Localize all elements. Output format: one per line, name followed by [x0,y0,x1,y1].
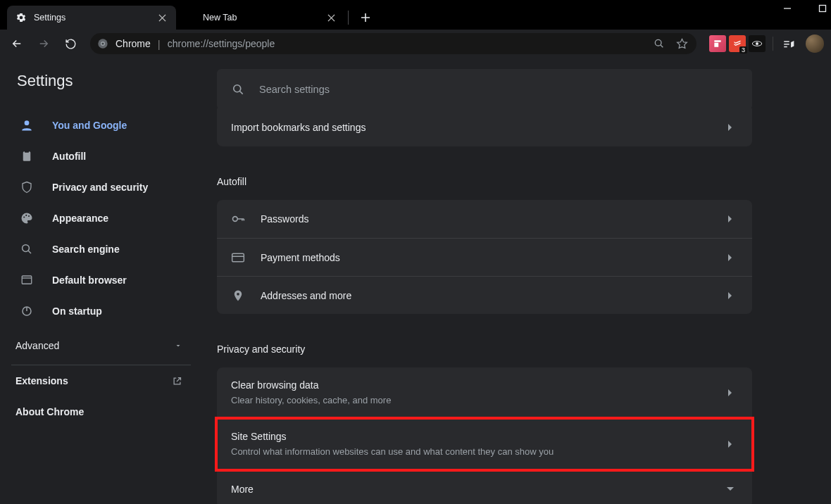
row-label: More [231,483,707,496]
location-pin-icon [231,289,245,303]
privacy-card: Clear browsing data Clear history, cooki… [217,367,752,504]
row-more[interactable]: More [217,470,752,504]
svg-point-12 [28,215,30,217]
zoom-icon[interactable] [651,36,667,51]
chevron-right-icon [727,123,733,132]
settings-title: Settings [0,58,202,104]
extension-1[interactable] [709,35,726,52]
sidebar-item-label: On startup [52,305,102,317]
blank-favicon [185,12,196,23]
sidebar-item-default-browser[interactable]: Default browser [0,265,202,296]
svg-rect-9 [25,151,29,153]
row-label: Addresses and more [261,289,707,302]
sidebar-item-search-engine[interactable]: Search engine [0,234,202,265]
chevron-down-icon [726,486,735,492]
row-site-settings[interactable]: Site Settings Control what information w… [217,418,752,470]
tab-new-tab[interactable]: New Tab [176,6,345,30]
separator [773,37,773,51]
chevron-right-icon [727,440,733,448]
search-icon [231,82,245,96]
credit-card-icon [231,251,245,265]
tab-settings[interactable]: Settings [7,6,176,30]
sidebar-item-label: Appearance [52,213,108,224]
new-tab-button[interactable] [356,8,375,27]
section-title-autofill: Autofill [217,151,752,200]
minimize-button[interactable] [783,4,792,13]
svg-point-16 [234,85,241,92]
person-icon [20,118,34,132]
sidebar-item-label: Search engine [52,244,120,255]
maximize-button[interactable] [818,4,827,13]
forward-button[interactable] [32,32,55,55]
sidebar-item-autofill[interactable]: Autofill [0,141,202,172]
svg-rect-18 [232,253,244,262]
bookmark-star-icon[interactable] [674,36,689,51]
row-label: Clear browsing data [231,379,707,391]
tab-title: Settings [34,13,149,23]
extension-badge: 3 [739,46,747,53]
profile-avatar[interactable] [806,34,824,53]
row-label: Passwords [261,213,707,225]
tab-title: New Tab [203,13,318,23]
tabstrip: Settings New Tab [0,0,831,30]
svg-point-6 [756,42,758,45]
settings-sidebar: Settings You and Google Autofill Privacy… [0,58,203,504]
omnibox-url: chrome://settings/people [168,38,644,49]
omnibox-product: Chrome [115,38,151,49]
row-passwords[interactable]: Passwords [217,200,752,238]
omnibox-separator: | [158,38,161,50]
row-import-bookmarks[interactable]: Import bookmarks and settings [217,108,752,146]
about-label: About Chrome [15,406,84,417]
import-label: Import bookmarks and settings [231,121,707,134]
extension-3[interactable] [749,35,766,52]
section-title-privacy: Privacy and security [217,318,752,367]
sidebar-item-appearance[interactable]: Appearance [0,203,202,234]
row-payment-methods[interactable]: Payment methods [217,238,752,276]
svg-rect-0 [820,6,826,12]
settings-search-input[interactable] [259,84,738,95]
sidebar-item-privacy[interactable]: Privacy and security [0,172,202,203]
tab-close-icon[interactable] [156,12,168,23]
sidebar-item-on-startup[interactable]: On startup [0,296,202,327]
tab-separator [348,11,349,25]
window-icon [20,273,34,287]
extensions-row: 3 [705,34,824,53]
autofill-card: Passwords Payment methods Addresses and … [217,200,752,314]
chrome-logo-icon [97,38,108,49]
svg-rect-14 [22,276,32,284]
row-addresses[interactable]: Addresses and more [217,276,752,314]
sidebar-about-chrome[interactable]: About Chrome [0,396,202,427]
row-clear-browsing-data[interactable]: Clear browsing data Clear history, cooki… [217,367,752,418]
window-controls [783,4,827,13]
row-sublabel: Control what information websites can us… [231,446,707,458]
search-icon [20,242,34,256]
chevron-right-icon [727,215,733,223]
shield-icon [20,180,34,194]
advanced-label: Advanced [15,340,59,351]
power-icon [20,304,34,318]
sidebar-item-label: Default browser [52,275,127,286]
omnibox[interactable]: Chrome | chrome://settings/people [90,33,696,54]
toolbar: Chrome | chrome://settings/people 3 [0,30,831,58]
svg-point-13 [23,245,30,252]
sidebar-item-label: You and Google [52,120,127,131]
svg-point-11 [25,215,27,216]
gear-icon [15,12,27,23]
extension-2-todoist[interactable]: 3 [729,35,746,52]
reload-button[interactable] [59,32,82,55]
sidebar-item-you-and-google[interactable]: You and Google [0,110,202,141]
clipboard-icon [20,149,34,163]
sidebar-extensions[interactable]: Extensions [0,365,202,396]
chevron-right-icon [727,291,733,300]
sidebar-item-label: Privacy and security [52,182,148,193]
row-sublabel: Clear history, cookies, cache, and more [231,394,707,407]
back-button[interactable] [6,32,28,55]
media-control-button[interactable] [780,35,797,52]
sidebar-advanced[interactable]: Advanced [0,327,202,365]
svg-point-17 [233,217,238,222]
row-label: Payment methods [261,251,707,264]
svg-point-3 [101,42,104,44]
settings-search[interactable] [217,69,752,110]
chevron-down-icon [174,341,182,350]
tab-close-icon[interactable] [325,12,337,23]
